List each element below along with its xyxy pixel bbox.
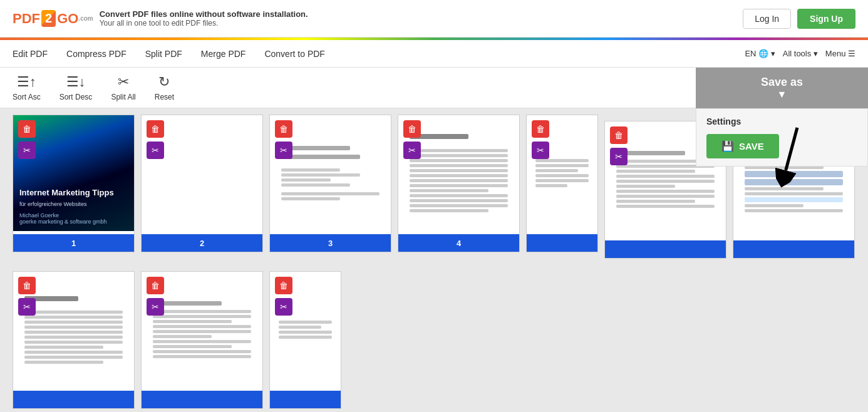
menu-link[interactable]: Menu ☰ (825, 49, 855, 58)
sort-asc-icon: ☰↑ (17, 74, 36, 90)
sort-asc-button[interactable]: ☰↑ Sort Asc (13, 74, 41, 101)
delete-page-1-button[interactable]: 🗑 (18, 120, 36, 138)
text-line (24, 326, 123, 329)
split-page-10-button[interactable]: ✂ (275, 298, 292, 316)
save-button-label: SAVE (739, 141, 764, 152)
text-line (24, 311, 123, 314)
delete-page-6-button[interactable]: 🗑 (610, 126, 628, 144)
sort-asc-label: Sort Asc (13, 93, 41, 101)
text-line (153, 325, 252, 328)
text-line (616, 170, 695, 173)
text-line (745, 209, 844, 212)
delete-page-3-button[interactable]: 🗑 (275, 120, 292, 138)
text-line (410, 189, 488, 192)
toolbar-buttons: ☰↑ Sort Asc ☰↓ Sort Desc ✂ Split All ↻ R… (13, 74, 174, 101)
split-page-8-button[interactable]: ✂ (18, 298, 36, 316)
split-all-button[interactable]: ✂ Split All (111, 74, 135, 101)
nav-split-pdf[interactable]: Split PDF (145, 43, 182, 65)
reset-icon: ↻ (158, 74, 170, 90)
page-2-content (148, 168, 257, 178)
text-line (410, 199, 509, 202)
page-4-content (405, 129, 514, 217)
nav-right: EN 🌐 ▾ All tools ▾ Menu ☰ (745, 49, 855, 58)
text-line (281, 197, 341, 200)
text-line (153, 320, 232, 323)
header-right: Log In Sign Up (743, 9, 855, 29)
text-line (535, 169, 579, 172)
page-number-7 (733, 240, 854, 258)
text-line (616, 195, 715, 198)
text-line (535, 159, 589, 162)
text-line (410, 179, 509, 182)
page-number-2: 2 (142, 234, 262, 252)
page-number-9 (142, 391, 262, 408)
page-5-content (530, 154, 594, 192)
nav-compress-pdf[interactable]: Compress PDF (66, 43, 127, 65)
text-line (410, 154, 509, 157)
text-line (410, 149, 509, 152)
text-line (745, 192, 844, 195)
cover-author: Michael Goerke goerke marketing & softwa… (19, 212, 107, 225)
language-selector[interactable]: EN 🌐 ▾ (745, 49, 775, 58)
text-line (153, 350, 252, 353)
delete-page-4-button[interactable]: 🗑 (403, 120, 421, 138)
page-number-10 (270, 391, 341, 408)
header: PDF 2 GO .com Convert PDF files online w… (0, 0, 868, 38)
split-page-9-button[interactable]: ✂ (147, 298, 164, 316)
delete-page-5-button[interactable]: 🗑 (532, 120, 549, 138)
text-line (153, 315, 252, 318)
save-as-panel[interactable]: Save as ▼ (696, 68, 868, 108)
split-page-5-button[interactable]: ✂ (532, 142, 549, 159)
nav-merge-pdf[interactable]: Merge PDF (201, 43, 246, 65)
cover-subtitle: für erfolgreichere Websites (19, 201, 86, 207)
split-page-6-button[interactable]: ✂ (610, 148, 628, 165)
logo-pdf: PDF (13, 11, 40, 27)
text-line (616, 180, 715, 183)
text-line (535, 174, 589, 177)
text-line (616, 205, 715, 208)
text-line (279, 336, 333, 339)
sort-desc-button[interactable]: ☰↓ Sort Desc (59, 74, 93, 101)
save-disk-icon: 💾 (721, 140, 734, 152)
text-line (535, 164, 589, 167)
nav-convert-to-pdf[interactable]: Convert to PDF (264, 43, 324, 65)
save-button[interactable]: 💾 SAVE (706, 134, 779, 158)
all-tools-link[interactable]: All tools ▾ (783, 49, 818, 58)
signup-button[interactable]: Sign Up (797, 9, 855, 29)
text-line (745, 179, 844, 185)
page-card: 🗑 ✂ (398, 115, 520, 252)
nav-edit-pdf[interactable]: Edit PDF (13, 43, 48, 65)
split-all-label: Split All (111, 93, 135, 101)
text-line (745, 197, 844, 202)
split-page-3-button[interactable]: ✂ (275, 142, 292, 159)
login-button[interactable]: Log In (743, 9, 791, 29)
reset-button[interactable]: ↻ Reset (155, 74, 174, 101)
text-line (410, 184, 509, 187)
page-card: 🗑 ✂ (269, 271, 341, 409)
split-all-icon: ✂ (118, 74, 129, 90)
delete-page-2-button[interactable]: 🗑 (147, 120, 164, 138)
text-line (616, 175, 715, 178)
split-page-4-button[interactable]: ✂ (403, 142, 421, 159)
logo: PDF 2 GO .com (13, 10, 93, 27)
settings-panel: Settings 💾 SAVE (696, 108, 868, 167)
text-line (616, 200, 695, 203)
page-card: 🗑 ✂ Internet Marketing Tipps für erfolgr… (13, 115, 135, 252)
sort-desc-label: Sort Desc (59, 93, 93, 101)
text-line (153, 335, 212, 338)
save-as-label: Save as (761, 76, 803, 89)
text-line (24, 316, 123, 319)
split-page-2-button[interactable]: ✂ (147, 142, 164, 159)
delete-page-9-button[interactable]: 🗑 (147, 277, 164, 294)
split-page-1-button[interactable]: ✂ (18, 142, 36, 159)
delete-page-10-button[interactable]: 🗑 (275, 277, 292, 294)
text-line (616, 185, 676, 188)
text-line (745, 204, 804, 207)
tagline-sub: Your all in one tool to edit PDF files. (100, 19, 308, 28)
logo-go: GO (57, 11, 78, 27)
text-line (153, 310, 252, 313)
delete-page-8-button[interactable]: 🗑 (18, 277, 36, 294)
page-card: 🗑 ✂ 3 (269, 115, 391, 252)
text-line (281, 168, 341, 172)
text-line (281, 173, 360, 177)
